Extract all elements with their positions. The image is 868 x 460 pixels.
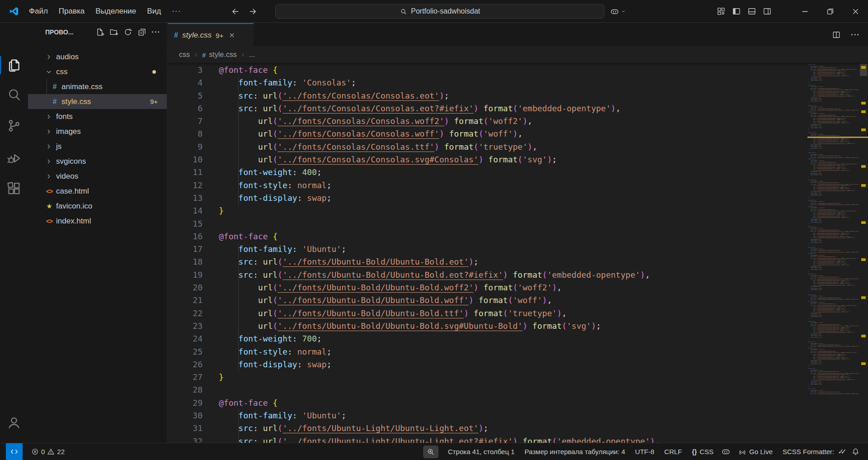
refresh-icon[interactable] (123, 28, 132, 37)
go-live-button[interactable]: Go Live (733, 445, 778, 459)
code-line[interactable]: 31 src: url('../fonts/Ubuntu-Light/Ubunt… (167, 422, 798, 435)
tree-item-js[interactable]: js (28, 139, 167, 154)
minimize-button[interactable] (792, 0, 817, 23)
code-line[interactable]: 14} (167, 204, 798, 217)
tree-item-favicon-ico[interactable]: ★favicon.ico (28, 199, 167, 213)
overview-warning-marker (861, 362, 866, 365)
code-line[interactable]: 3@font-face { (167, 64, 798, 76)
menu-item-файл[interactable]: Файл (24, 7, 53, 16)
back-arrow-icon[interactable] (230, 6, 241, 17)
line-number: 3 (167, 64, 203, 76)
tree-item-audios[interactable]: audios (28, 49, 167, 64)
activity-run-debug[interactable] (0, 148, 28, 168)
tree-item-case-html[interactable]: <>case.html (28, 184, 167, 199)
restore-button[interactable] (817, 0, 843, 23)
code-line[interactable]: 26 font-display: swap; (167, 358, 798, 371)
code-line[interactable]: 12 font-style: normal; (167, 179, 798, 192)
code-text: font-family: 'Ubuntu'; (203, 409, 346, 422)
formatter-status[interactable]: SCSS Formatter: ✓✓ (778, 445, 849, 459)
new-file-icon[interactable] (95, 28, 104, 37)
editor-actions: ··· (832, 23, 868, 47)
toggle-sidebar-icon[interactable] (732, 7, 741, 16)
zoom-indicator[interactable] (423, 446, 439, 458)
code-line[interactable]: 18 src: url('../fonts/Ubuntu-Bold/Ubuntu… (167, 256, 798, 268)
copilot-status[interactable] (718, 445, 733, 459)
collapse-all-icon[interactable] (137, 28, 146, 37)
notifications-bell[interactable] (849, 445, 863, 459)
cursor-position-status[interactable]: Строка 41, столбец 1 (443, 445, 520, 459)
tree-item-videos[interactable]: videos (28, 169, 167, 184)
tree-item-svgicons[interactable]: svgicons (28, 154, 167, 169)
code-line[interactable]: 15 (167, 218, 798, 230)
code-line[interactable]: 9 url('../fonts/Consolas/Consolas.ttf') … (167, 141, 798, 153)
toggle-secondary-sidebar-icon[interactable] (763, 7, 772, 16)
code-line[interactable]: 19 src: url('../fonts/Ubuntu-Bold/Ubuntu… (167, 269, 798, 281)
activity-explorer[interactable] (0, 55, 28, 75)
tree-item-css[interactable]: css (28, 64, 167, 79)
more-editor-actions-icon[interactable]: ··· (851, 30, 860, 39)
code-line[interactable]: 21 url('../fonts/Ubuntu-Bold/Ubuntu-Bold… (167, 294, 798, 307)
code-line[interactable]: 8 url('../fonts/Consolas/Consolas.woff')… (167, 128, 798, 140)
forward-arrow-icon[interactable] (247, 6, 259, 17)
code-line[interactable]: 20 url('../fonts/Ubuntu-Bold/Ubuntu-Bold… (167, 281, 798, 294)
activity-source-control[interactable] (0, 116, 28, 136)
language-status[interactable]: {} CSS (687, 445, 719, 459)
code-line[interactable]: 32 src: url('../fonts/Ubuntu-Light/Ubunt… (167, 435, 798, 443)
code-area[interactable]: 3@font-face {4 font-family: 'Consolas';5… (167, 63, 868, 443)
search-value: Portfolio-sadwhoisdat (411, 7, 480, 15)
code-line[interactable]: 23 url('../fonts/Ubuntu-Bold/Ubuntu-Bold… (167, 320, 798, 332)
code-line[interactable]: 6 src: url('../fonts/Consolas/Consolas.e… (167, 102, 798, 115)
breadcrumb-item[interactable]: ... (249, 51, 255, 59)
split-editor-icon[interactable] (832, 30, 841, 39)
code-line[interactable]: 5 src: url('../fonts/Consolas/Consolas.e… (167, 90, 798, 102)
breadcrumb-item[interactable]: css (179, 51, 190, 59)
code-line[interactable]: 29@font-face { (167, 397, 798, 409)
code-line[interactable]: 27} (167, 371, 798, 384)
remote-indicator[interactable] (6, 443, 23, 460)
problems-status[interactable]: 0 22 (29, 445, 66, 459)
command-center-search[interactable]: Portfolio-sadwhoisdat (275, 4, 604, 19)
copilot-menu[interactable] (610, 0, 627, 23)
menu-item-выделение[interactable]: Выделение (90, 7, 142, 16)
more-actions-icon[interactable]: ··· (151, 28, 160, 37)
editor-scrollbar[interactable] (859, 63, 868, 443)
code-line[interactable]: 11 font-weight: 400; (167, 166, 798, 179)
code-line[interactable]: 22 url('../fonts/Ubuntu-Bold/Ubuntu-Bold… (167, 307, 798, 320)
tab-modified-badge: 9+ (216, 32, 223, 39)
tree-item-label: videos (56, 172, 78, 181)
indent-status[interactable]: Размер интервала табуляции: 4 (519, 445, 630, 459)
eol-status[interactable]: CRLF (659, 445, 687, 459)
activity-search[interactable] (0, 85, 28, 104)
toggle-panel-icon[interactable] (747, 7, 756, 16)
new-folder-icon[interactable] (109, 28, 118, 37)
code-lines[interactable]: 3@font-face {4 font-family: 'Consolas';5… (167, 63, 798, 443)
tree-item-animate-css[interactable]: #animate.css (28, 79, 167, 94)
code-line[interactable]: 13 font-display: swap; (167, 192, 798, 204)
code-line[interactable]: 7 url('../fonts/Consolas/Consolas.woff2'… (167, 115, 798, 128)
breadcrumb-item[interactable]: style.css (209, 51, 236, 59)
close-button[interactable] (843, 0, 868, 23)
code-line[interactable]: 25 font-style: normal; (167, 346, 798, 358)
code-line[interactable]: 16@font-face { (167, 230, 798, 243)
menu-item-вид[interactable]: Вид (142, 7, 166, 16)
tree-item-fonts[interactable]: fonts (28, 109, 167, 124)
activity-account[interactable] (0, 413, 28, 432)
bell-icon (851, 447, 860, 456)
code-line[interactable]: 10 url('../fonts/Consolas/Consolas.svg#C… (167, 153, 798, 166)
code-line[interactable]: 30 font-family: 'Ubuntu'; (167, 409, 798, 422)
minimap[interactable]: @font-face { font-family: 'Consolas'; sr… (807, 63, 859, 443)
customize-layout-icon[interactable] (717, 7, 726, 16)
code-line[interactable]: 24 font-weight: 700; (167, 332, 798, 345)
code-line[interactable]: 17 font-family: 'Ubuntu'; (167, 243, 798, 256)
code-line[interactable]: 4 font-family: 'Consolas'; (167, 76, 798, 89)
code-line[interactable]: 28 (167, 384, 798, 396)
tree-item-style-css[interactable]: #style.css9+ (28, 94, 167, 109)
menu-item-правка[interactable]: Правка (53, 7, 90, 16)
encoding-status[interactable]: UTF-8 (630, 445, 660, 459)
tree-item-images[interactable]: images (28, 124, 167, 139)
activity-extensions[interactable] (0, 179, 28, 199)
more-menu-icon[interactable]: ··· (166, 7, 186, 16)
tab-style-css[interactable]: # style.css 9+ (168, 23, 254, 47)
tree-item-index-html[interactable]: <>index.html (28, 213, 167, 228)
tab-close-icon[interactable] (228, 32, 236, 39)
